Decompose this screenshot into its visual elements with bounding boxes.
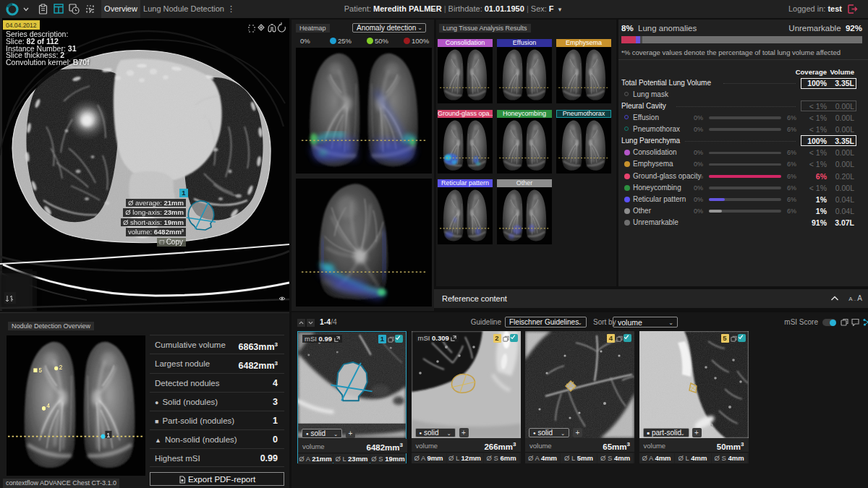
- svg-text:1: 1: [106, 431, 110, 438]
- svg-text:2: 2: [59, 363, 63, 370]
- svg-text:4: 4: [47, 401, 51, 408]
- svg-text:5: 5: [38, 367, 42, 374]
